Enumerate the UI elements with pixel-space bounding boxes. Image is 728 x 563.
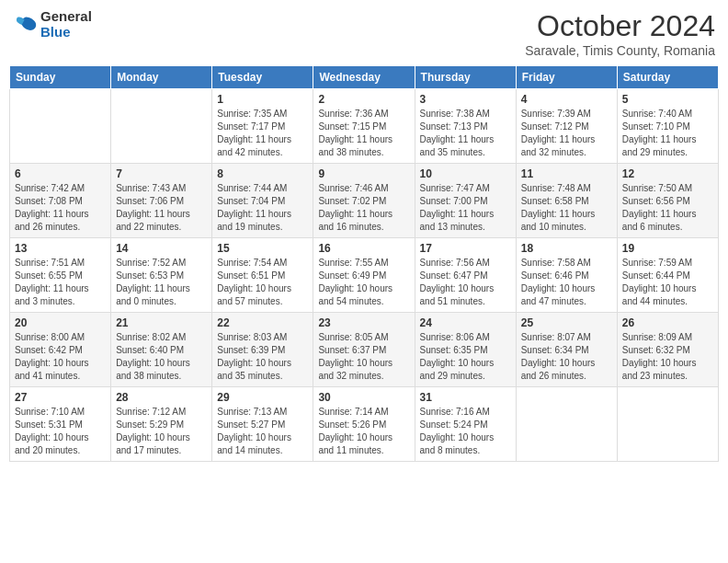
day-number: 12 — [622, 167, 713, 180]
calendar-cell: 11Sunrise: 7:48 AM Sunset: 6:58 PM Dayli… — [516, 164, 617, 238]
calendar-cell: 21Sunrise: 8:02 AM Sunset: 6:40 PM Dayli… — [111, 313, 212, 387]
calendar-cell: 22Sunrise: 8:03 AM Sunset: 6:39 PM Dayli… — [212, 313, 313, 387]
day-number: 29 — [217, 391, 308, 404]
calendar-cell: 26Sunrise: 8:09 AM Sunset: 6:32 PM Dayli… — [617, 313, 718, 387]
day-number: 3 — [420, 93, 511, 106]
day-number: 28 — [116, 391, 207, 404]
calendar-week-row: 13Sunrise: 7:51 AM Sunset: 6:55 PM Dayli… — [10, 238, 719, 313]
calendar-cell: 6Sunrise: 7:42 AM Sunset: 7:08 PM Daylig… — [10, 164, 111, 238]
day-info: Sunrise: 7:16 AM Sunset: 5:24 PM Dayligh… — [420, 406, 511, 457]
day-info: Sunrise: 7:59 AM Sunset: 6:44 PM Dayligh… — [622, 257, 713, 308]
day-info: Sunrise: 7:36 AM Sunset: 7:15 PM Dayligh… — [318, 108, 409, 159]
calendar-week-row: 1Sunrise: 7:35 AM Sunset: 7:17 PM Daylig… — [10, 89, 719, 164]
calendar-cell: 24Sunrise: 8:06 AM Sunset: 6:35 PM Dayli… — [415, 313, 516, 387]
month-title: October 2024 — [525, 9, 715, 43]
day-number: 15 — [217, 242, 308, 255]
day-number: 26 — [622, 316, 713, 329]
calendar-cell: 7Sunrise: 7:43 AM Sunset: 7:06 PM Daylig… — [111, 164, 212, 238]
calendar-week-row: 20Sunrise: 8:00 AM Sunset: 6:42 PM Dayli… — [10, 313, 719, 387]
day-number: 10 — [420, 167, 511, 180]
calendar-cell — [111, 89, 212, 164]
calendar-cell — [516, 387, 617, 462]
day-info: Sunrise: 7:38 AM Sunset: 7:13 PM Dayligh… — [420, 108, 511, 159]
day-info: Sunrise: 8:06 AM Sunset: 6:35 PM Dayligh… — [420, 331, 511, 383]
day-info: Sunrise: 8:07 AM Sunset: 6:34 PM Dayligh… — [521, 331, 612, 383]
weekday-header-monday: Monday — [111, 66, 212, 89]
day-info: Sunrise: 8:09 AM Sunset: 6:32 PM Dayligh… — [622, 331, 713, 383]
day-info: Sunrise: 7:47 AM Sunset: 7:00 PM Dayligh… — [420, 182, 511, 234]
day-info: Sunrise: 7:54 AM Sunset: 6:51 PM Dayligh… — [217, 257, 308, 308]
day-number: 1 — [217, 93, 308, 106]
day-number: 21 — [116, 316, 207, 329]
calendar-cell: 12Sunrise: 7:50 AM Sunset: 6:56 PM Dayli… — [617, 164, 718, 238]
weekday-header-wednesday: Wednesday — [313, 66, 415, 89]
location-subtitle: Saravale, Timis County, Romania — [525, 43, 715, 58]
day-info: Sunrise: 8:03 AM Sunset: 6:39 PM Dayligh… — [217, 331, 308, 383]
calendar-cell: 15Sunrise: 7:54 AM Sunset: 6:51 PM Dayli… — [212, 238, 313, 313]
day-number: 16 — [318, 242, 409, 255]
calendar-cell — [10, 89, 111, 164]
day-number: 4 — [521, 93, 612, 106]
calendar-cell: 10Sunrise: 7:47 AM Sunset: 7:00 PM Dayli… — [415, 164, 516, 238]
day-info: Sunrise: 7:58 AM Sunset: 6:46 PM Dayligh… — [521, 257, 612, 308]
day-info: Sunrise: 7:52 AM Sunset: 6:53 PM Dayligh… — [116, 257, 207, 308]
day-info: Sunrise: 7:44 AM Sunset: 7:04 PM Dayligh… — [217, 182, 308, 234]
calendar-cell: 17Sunrise: 7:56 AM Sunset: 6:47 PM Dayli… — [415, 238, 516, 313]
day-number: 31 — [420, 391, 511, 404]
day-info: Sunrise: 7:46 AM Sunset: 7:02 PM Dayligh… — [318, 182, 409, 234]
calendar-cell: 14Sunrise: 7:52 AM Sunset: 6:53 PM Dayli… — [111, 238, 212, 313]
calendar-cell: 8Sunrise: 7:44 AM Sunset: 7:04 PM Daylig… — [212, 164, 313, 238]
day-info: Sunrise: 7:51 AM Sunset: 6:55 PM Dayligh… — [15, 257, 106, 308]
day-number: 14 — [116, 242, 207, 255]
day-number: 19 — [622, 242, 713, 255]
day-number: 18 — [521, 242, 612, 255]
logo-icon — [13, 12, 39, 38]
calendar-cell: 2Sunrise: 7:36 AM Sunset: 7:15 PM Daylig… — [313, 89, 415, 164]
page-header: General Blue October 2024 Saravale, Timi… — [9, 9, 719, 58]
day-info: Sunrise: 8:00 AM Sunset: 6:42 PM Dayligh… — [15, 331, 106, 383]
calendar-cell: 13Sunrise: 7:51 AM Sunset: 6:55 PM Dayli… — [10, 238, 111, 313]
day-number: 6 — [15, 167, 106, 180]
weekday-header-friday: Friday — [516, 66, 617, 89]
day-info: Sunrise: 7:55 AM Sunset: 6:49 PM Dayligh… — [318, 257, 409, 308]
day-info: Sunrise: 8:05 AM Sunset: 6:37 PM Dayligh… — [318, 331, 409, 383]
calendar-cell: 1Sunrise: 7:35 AM Sunset: 7:17 PM Daylig… — [212, 89, 313, 164]
logo-text: General Blue — [40, 9, 92, 40]
calendar-cell: 5Sunrise: 7:40 AM Sunset: 7:10 PM Daylig… — [617, 89, 718, 164]
day-number: 22 — [217, 316, 308, 329]
calendar-cell: 4Sunrise: 7:39 AM Sunset: 7:12 PM Daylig… — [516, 89, 617, 164]
day-number: 23 — [318, 316, 409, 329]
weekday-header-row: SundayMondayTuesdayWednesdayThursdayFrid… — [10, 66, 719, 89]
title-block: October 2024 Saravale, Timis County, Rom… — [525, 9, 715, 58]
day-info: Sunrise: 7:35 AM Sunset: 7:17 PM Dayligh… — [217, 108, 308, 159]
day-number: 20 — [15, 316, 106, 329]
calendar-cell: 31Sunrise: 7:16 AM Sunset: 5:24 PM Dayli… — [415, 387, 516, 462]
day-number: 9 — [318, 167, 409, 180]
day-info: Sunrise: 7:50 AM Sunset: 6:56 PM Dayligh… — [622, 182, 713, 234]
day-number: 24 — [420, 316, 511, 329]
weekday-header-saturday: Saturday — [617, 66, 718, 89]
day-info: Sunrise: 7:12 AM Sunset: 5:29 PM Dayligh… — [116, 406, 207, 457]
calendar-week-row: 27Sunrise: 7:10 AM Sunset: 5:31 PM Dayli… — [10, 387, 719, 462]
day-info: Sunrise: 7:39 AM Sunset: 7:12 PM Dayligh… — [521, 108, 612, 159]
day-number: 7 — [116, 167, 207, 180]
day-info: Sunrise: 7:43 AM Sunset: 7:06 PM Dayligh… — [116, 182, 207, 234]
day-info: Sunrise: 7:56 AM Sunset: 6:47 PM Dayligh… — [420, 257, 511, 308]
day-info: Sunrise: 7:10 AM Sunset: 5:31 PM Dayligh… — [15, 406, 106, 457]
day-info: Sunrise: 7:14 AM Sunset: 5:26 PM Dayligh… — [318, 406, 409, 457]
calendar-cell: 18Sunrise: 7:58 AM Sunset: 6:46 PM Dayli… — [516, 238, 617, 313]
calendar-cell: 19Sunrise: 7:59 AM Sunset: 6:44 PM Dayli… — [617, 238, 718, 313]
day-number: 5 — [622, 93, 713, 106]
day-number: 8 — [217, 167, 308, 180]
weekday-header-sunday: Sunday — [10, 66, 111, 89]
weekday-header-tuesday: Tuesday — [212, 66, 313, 89]
day-info: Sunrise: 7:13 AM Sunset: 5:27 PM Dayligh… — [217, 406, 308, 457]
calendar-cell: 3Sunrise: 7:38 AM Sunset: 7:13 PM Daylig… — [415, 89, 516, 164]
calendar-cell: 16Sunrise: 7:55 AM Sunset: 6:49 PM Dayli… — [313, 238, 415, 313]
calendar-cell: 23Sunrise: 8:05 AM Sunset: 6:37 PM Dayli… — [313, 313, 415, 387]
day-number: 30 — [318, 391, 409, 404]
calendar-table: SundayMondayTuesdayWednesdayThursdayFrid… — [9, 65, 719, 462]
day-number: 13 — [15, 242, 106, 255]
day-number: 25 — [521, 316, 612, 329]
day-number: 11 — [521, 167, 612, 180]
